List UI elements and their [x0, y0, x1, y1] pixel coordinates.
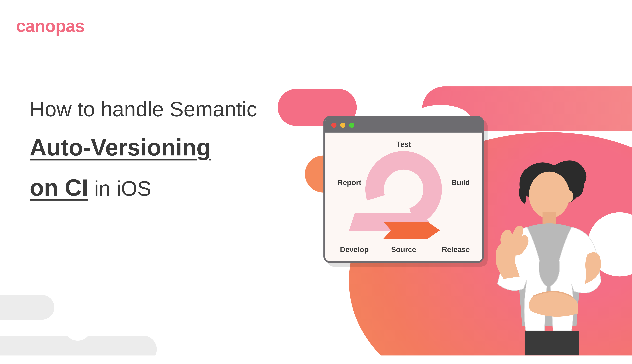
- phase-label-test: Test: [396, 140, 411, 148]
- svg-rect-3: [524, 331, 579, 356]
- phase-label-build: Build: [451, 178, 470, 187]
- phase-label-release: Release: [442, 245, 470, 254]
- bg-cloud-notch: [64, 314, 92, 340]
- cycle-spiral-icon: [366, 151, 442, 228]
- bg-cloud-small: [0, 295, 54, 320]
- phase-label-develop: Develop: [340, 245, 369, 254]
- title-line-2: Auto-Versioning: [30, 130, 283, 164]
- brand-logo: canopas: [16, 16, 84, 36]
- title-line-3: on CI in iOS: [30, 170, 283, 204]
- page-title: How to handle Semantic Auto-Versioning o…: [30, 94, 283, 204]
- person-illustration: [496, 158, 607, 356]
- phase-label-source: Source: [391, 245, 416, 254]
- zoom-icon: [349, 122, 354, 128]
- window-titlebar: [325, 118, 482, 132]
- hero-banner: canopas How to handle Semantic Auto-Vers…: [0, 0, 632, 356]
- close-icon: [331, 122, 336, 128]
- svg-point-1: [565, 190, 573, 202]
- minimize-icon: [340, 122, 345, 128]
- phase-label-report: Report: [338, 178, 362, 187]
- title-line-3-strong: on CI: [30, 170, 88, 204]
- window-body: Test Report Build Develop Source Release: [325, 132, 482, 261]
- svg-point-0: [529, 172, 570, 218]
- title-line-1: How to handle Semantic: [30, 94, 283, 124]
- ci-window-illustration: Test Report Build Develop Source Release: [324, 116, 484, 263]
- title-line-3-tail: in iOS: [94, 173, 151, 204]
